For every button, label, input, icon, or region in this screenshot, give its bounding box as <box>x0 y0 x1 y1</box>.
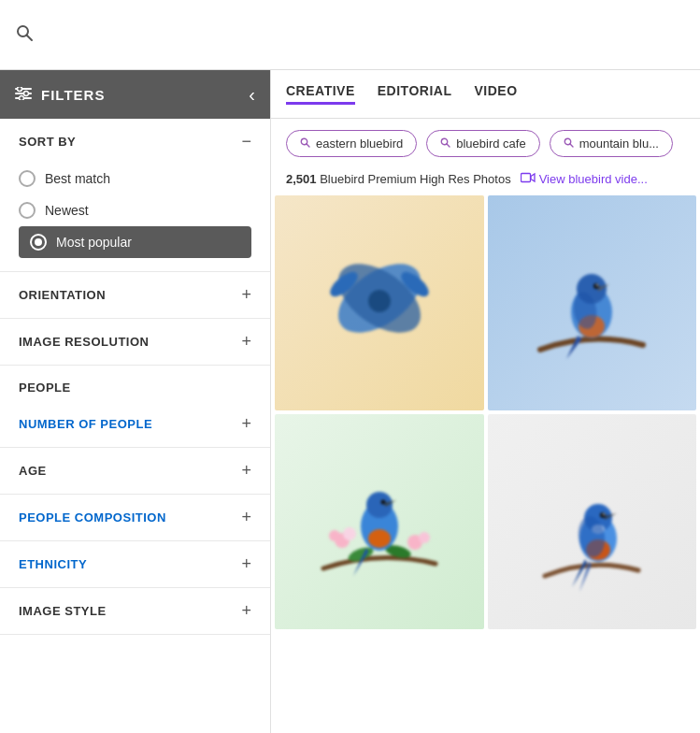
video-link-label: View bluebird vide... <box>539 172 648 186</box>
people-title: PEOPLE <box>19 381 71 395</box>
ethnicity-plus-icon: + <box>241 554 251 574</box>
number-of-people-title: NUMBER OF PEOPLE <box>19 417 152 431</box>
sort-label-newest: Newest <box>45 203 89 218</box>
image-style-header[interactable]: IMAGE STYLE + <box>19 601 251 621</box>
search-bar: bluebird <box>0 0 700 70</box>
svg-point-5 <box>18 87 22 92</box>
svg-point-24 <box>596 284 598 286</box>
results-bar: 2,501 Bluebird Premium High Res Photos V… <box>271 168 700 195</box>
sidebar-header-left: FILTERS <box>15 87 105 103</box>
search-icon <box>15 23 34 47</box>
svg-point-23 <box>593 283 599 289</box>
results-number: 2,501 <box>286 172 317 186</box>
svg-line-11 <box>447 143 450 146</box>
image-style-title: IMAGE STYLE <box>19 604 107 618</box>
content-area: CREATIVE EDITORIAL VIDEO eastern bluebir… <box>271 70 700 733</box>
pill-search-icon-1 <box>440 137 450 151</box>
image-cell-branch-bird[interactable] <box>488 195 697 410</box>
radio-most-popular <box>30 234 47 251</box>
sort-by-title: SORT BY <box>19 135 76 149</box>
sort-options: Best match Newest Most popular <box>19 163 251 258</box>
orientation-title: ORIENTATION <box>19 288 106 302</box>
tab-creative[interactable]: CREATIVE <box>286 83 355 105</box>
bird-visual-white <box>508 436 676 608</box>
svg-point-34 <box>368 529 391 548</box>
sidebar-header: FILTERS ‹ <box>0 70 270 119</box>
sort-option-most-popular[interactable]: Most popular <box>19 226 251 258</box>
number-of-people-plus-icon: + <box>241 414 251 434</box>
related-searches-bar: eastern bluebird bluebird cafe <box>271 119 700 168</box>
image-resolution-header[interactable]: IMAGE RESOLUTION + <box>19 332 251 352</box>
image-grid <box>271 195 700 629</box>
radio-newest <box>19 202 36 219</box>
sort-by-section: SORT BY − Best match Newest <box>0 119 270 272</box>
sort-option-best-match[interactable]: Best match <box>19 163 251 194</box>
related-pill-label-1: bluebird cafe <box>456 137 525 151</box>
age-title: AGE <box>19 464 47 478</box>
image-resolution-section: IMAGE RESOLUTION + <box>0 319 270 366</box>
age-plus-icon: + <box>241 461 251 481</box>
image-cell-ribbon-bird[interactable] <box>275 195 484 410</box>
pill-search-icon-0 <box>300 137 310 151</box>
svg-line-9 <box>307 143 309 146</box>
ethnicity-title: ETHNICITY <box>19 557 87 571</box>
people-composition-plus-icon: + <box>241 508 251 527</box>
results-label: Bluebird Premium High Res Photos <box>320 172 510 186</box>
people-composition-title: PEOPLE COMPOSITION <box>19 510 166 525</box>
image-cell-white-bird[interactable] <box>488 414 697 629</box>
related-pill-mountain-blu[interactable]: mountain blu... <box>550 130 673 157</box>
image-resolution-title: IMAGE RESOLUTION <box>19 335 149 349</box>
view-video-link[interactable]: View bluebird vide... <box>521 172 648 186</box>
sort-by-header[interactable]: SORT BY − <box>19 132 251 151</box>
ethnicity-section: ETHNICITY + <box>0 541 270 588</box>
svg-point-30 <box>419 532 430 543</box>
search-input[interactable]: bluebird <box>43 26 685 43</box>
svg-line-1 <box>27 35 33 40</box>
svg-point-7 <box>20 95 24 100</box>
radio-best-match <box>19 170 36 187</box>
svg-point-28 <box>343 527 356 540</box>
chevron-left-icon[interactable]: ‹ <box>249 84 255 106</box>
people-composition-header[interactable]: PEOPLE COMPOSITION + <box>19 508 251 527</box>
ethnicity-header[interactable]: ETHNICITY + <box>19 554 251 574</box>
bird-visual-floral <box>295 436 463 608</box>
number-of-people-section: NUMBER OF PEOPLE + <box>0 401 270 448</box>
orientation-plus-icon: + <box>241 285 251 305</box>
age-header[interactable]: AGE + <box>19 461 251 481</box>
sort-label-best-match: Best match <box>45 171 110 186</box>
svg-point-6 <box>24 91 29 95</box>
related-pill-eastern-bluebird[interactable]: eastern bluebird <box>286 130 417 157</box>
image-cell-floral-bird[interactable] <box>275 414 484 629</box>
svg-point-17 <box>368 290 391 312</box>
related-pill-label-2: mountain blu... <box>579 137 659 151</box>
radio-inner-most-popular <box>35 238 42 246</box>
tab-video[interactable]: VIDEO <box>474 83 517 105</box>
svg-point-36 <box>380 500 385 505</box>
pill-search-icon-2 <box>564 137 574 151</box>
bird-visual-ribbon <box>295 217 463 389</box>
people-section: PEOPLE <box>0 366 270 401</box>
sort-label-most-popular: Most popular <box>56 235 132 250</box>
age-section: AGE + <box>0 448 270 495</box>
image-resolution-plus-icon: + <box>241 332 251 352</box>
bird-visual-branch <box>508 217 676 389</box>
main-layout: FILTERS ‹ SORT BY − Best match Newest <box>0 70 700 733</box>
number-of-people-header[interactable]: NUMBER OF PEOPLE + <box>19 414 251 434</box>
orientation-section: ORIENTATION + <box>0 272 270 319</box>
orientation-header[interactable]: ORIENTATION + <box>19 285 251 305</box>
image-style-section: IMAGE STYLE + <box>0 588 270 635</box>
video-camera-icon <box>521 172 536 186</box>
filters-label: FILTERS <box>41 87 105 103</box>
svg-rect-14 <box>521 174 530 182</box>
filter-sliders-icon <box>15 87 32 103</box>
svg-point-27 <box>329 530 340 541</box>
related-pill-label-0: eastern bluebird <box>316 137 403 151</box>
people-composition-section: PEOPLE COMPOSITION + <box>0 495 270 541</box>
svg-line-13 <box>569 143 572 146</box>
sort-option-newest[interactable]: Newest <box>19 194 251 226</box>
related-pill-bluebird-cafe[interactable]: bluebird cafe <box>426 130 539 157</box>
results-count: 2,501 Bluebird Premium High Res Photos <box>286 172 511 186</box>
image-style-plus-icon: + <box>241 601 251 621</box>
tabs-bar: CREATIVE EDITORIAL VIDEO <box>271 70 700 119</box>
tab-editorial[interactable]: EDITORIAL <box>378 83 452 105</box>
